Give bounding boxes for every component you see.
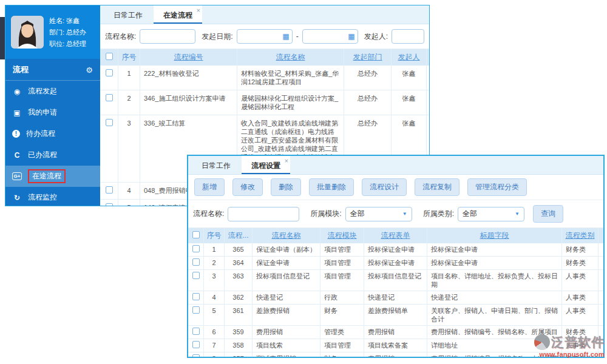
chevron-down-icon: ▼ [402, 211, 407, 217]
row-checkbox[interactable] [188, 243, 204, 256]
sidebar-item-transit[interactable]: 在途流程 [5, 166, 100, 187]
gear-icon[interactable]: ⚙ [86, 66, 93, 75]
cell-category: 人事类 [562, 305, 599, 325]
chevron-down-icon: ▼ [515, 211, 520, 217]
column-header-form[interactable]: 流程表单 [364, 228, 427, 243]
initiator-input[interactable] [392, 29, 424, 44]
table-row[interactable]: 2364保证金申请项目管理投标保证金申请投标保证金申请财务类 [188, 257, 603, 270]
cell-title: 详细地址 [427, 339, 562, 352]
close-icon[interactable]: × [197, 7, 200, 14]
cell-title: 费用报销、报销编号、报销名称、本次报销金额 [427, 352, 562, 357]
calendar-icon[interactable]: ▦ [282, 33, 289, 40]
module-select[interactable]: 全部 ▼ [345, 207, 412, 221]
sidebar-item-initiate[interactable]: 流程发起 [5, 81, 100, 102]
column-header-seq[interactable]: 序号 [118, 49, 140, 66]
table-row[interactable]: 3363投标项目信息登记项目管理投标项目信息登记项目名称、详细地址、投标负责人、… [188, 270, 603, 291]
sidebar-title: 流程 [13, 64, 29, 75]
checkbox-icon [192, 354, 200, 357]
cell-title: 关联客户、报销人、申请日期、部门、报销合计 [427, 305, 562, 325]
row-checkbox[interactable] [188, 305, 204, 325]
toolbar-button-5[interactable]: 流程复制 [415, 178, 459, 196]
column-header-category[interactable]: 流程类别 [562, 228, 599, 243]
profile-name: 姓名: 张鑫 [49, 15, 86, 27]
column-header-name[interactable]: 流程名称 [253, 228, 320, 243]
tab-0[interactable]: 日常工作 [104, 5, 152, 24]
row-checkbox[interactable] [188, 291, 204, 304]
tab-1[interactable]: 在途流程× [154, 5, 202, 24]
category-select[interactable]: 全部 ▼ [458, 207, 524, 221]
close-icon[interactable]: × [285, 157, 288, 164]
sidebar-item-monitor[interactable]: 流程监控 [5, 187, 100, 206]
column-header-code[interactable]: 流程... [225, 228, 253, 243]
table-row[interactable]: 8357测试费用报销财务费用报销费用报销、报销编号、报销名称、本次报销金额财务类 [188, 352, 603, 357]
row-checkbox[interactable] [100, 115, 118, 182]
table-row[interactable]: 1222_材料验收登记材料验收登记_材料采购_张鑫_华润12城房建工程项目总经办… [100, 66, 429, 90]
column-header-module[interactable]: 流程模块 [320, 228, 364, 243]
row-checkbox[interactable] [100, 90, 118, 115]
table-row[interactable]: 4362快递登记行政快递登记快递登记人事类 [188, 291, 603, 305]
sidebar-item-done[interactable]: 已办流程 [5, 144, 100, 166]
search-button[interactable]: 查询 [533, 205, 563, 223]
calendar-icon[interactable]: ▦ [348, 33, 354, 40]
row-checkbox[interactable] [188, 257, 204, 269]
select-all-checkbox[interactable] [100, 49, 118, 66]
column-header-name[interactable]: 流程名称 [237, 49, 344, 66]
transit-icon [12, 172, 22, 180]
column-header-dept[interactable]: 发起部门 [344, 49, 392, 66]
sidebar-header: 流程 ⚙ [5, 59, 100, 81]
cell-form: 快递登记 [364, 291, 427, 304]
toolbar-button-4[interactable]: 流程设计 [362, 178, 407, 196]
process-name-input[interactable] [140, 29, 195, 44]
cell-seq: 4 [118, 183, 140, 199]
select-all-checkbox[interactable] [188, 228, 204, 243]
date-to-field[interactable] [305, 32, 348, 41]
table-row[interactable]: 2346_施工组织设计方案申请晟铭园林绿化工程组织设计方案_晟铭园林绿化工程总经… [100, 90, 429, 115]
row-checkbox[interactable] [188, 352, 204, 357]
row-checkbox[interactable] [100, 183, 118, 199]
toolbar-button-0[interactable]: 新增 [194, 178, 225, 196]
row-checkbox[interactable] [100, 66, 118, 90]
process-name-input[interactable] [228, 207, 299, 221]
toolbar-button-3[interactable]: 批量删除 [309, 178, 354, 196]
column-header-initiator[interactable]: 发起人 [392, 49, 427, 66]
toolbar-button-2[interactable]: 删除 [271, 178, 301, 196]
row-checkbox[interactable] [100, 200, 118, 206]
table-row[interactable]: 7358项目线索项目管理项目线索备案详细地址人事类 [188, 339, 603, 352]
tab-1[interactable]: 流程设置× [242, 156, 290, 174]
row-checkbox[interactable] [188, 339, 204, 352]
checkbox-icon [192, 258, 200, 266]
cell-module: 项目管理 [320, 243, 364, 256]
start-date-from-input[interactable]: ▦ [237, 29, 293, 44]
cell-seq: 5 [118, 200, 140, 206]
tab-0[interactable]: 日常工作 [192, 156, 240, 174]
table-row[interactable]: 5361差旅费报销财务差旅费报销单关联客户、报销人、申请日期、部门、报销合计人事… [188, 305, 603, 326]
cell-form: 投标保证金申请 [364, 243, 427, 256]
table-row[interactable]: 1365保证金申请（副本）项目管理投标保证金申请投标保证金申请财务类 [188, 243, 603, 257]
cell-module: 项目管理 [320, 257, 364, 269]
module-label: 所属模块: [310, 209, 341, 219]
table-header-row: 序号流程编号流程名称发起部门发起人 [100, 49, 429, 66]
sidebar-item-my-apply[interactable]: 我的申请 [5, 102, 100, 123]
cell-seq: 6 [204, 326, 225, 339]
sidebar-item-todo[interactable]: 待办流程 [5, 123, 100, 144]
row-checkbox[interactable] [188, 270, 204, 291]
toolbar-button-1[interactable]: 修改 [232, 178, 263, 196]
table-row[interactable]: 6359费用报销管理类费用报销费用报销、报销编号、报销名称、所属项目财务类 [188, 326, 603, 339]
id-card-icon [12, 109, 22, 117]
column-header-code[interactable]: 流程编号 [140, 49, 237, 66]
cell-form: 费用报销 [364, 326, 427, 339]
date-from-field[interactable] [240, 32, 283, 41]
redo-icon [12, 151, 22, 160]
cell-module: 财务 [320, 352, 364, 357]
sidebar-item-label: 流程监控 [28, 192, 57, 203]
row-checkbox[interactable] [188, 326, 204, 339]
start-date-to-input[interactable]: ▦ [302, 29, 358, 44]
column-header-title[interactable]: 标题字段 [427, 228, 562, 243]
cell-title: 投标保证金申请 [427, 243, 562, 256]
cell-name: 差旅费报销 [253, 305, 320, 325]
tab-label: 在途流程 [163, 11, 192, 19]
checkbox-icon [192, 328, 200, 335]
cell-initiator: 张鑫 [392, 90, 427, 115]
column-header-seq[interactable]: 序号 [204, 228, 225, 243]
toolbar-button-6[interactable]: 管理流程分类 [467, 178, 527, 196]
